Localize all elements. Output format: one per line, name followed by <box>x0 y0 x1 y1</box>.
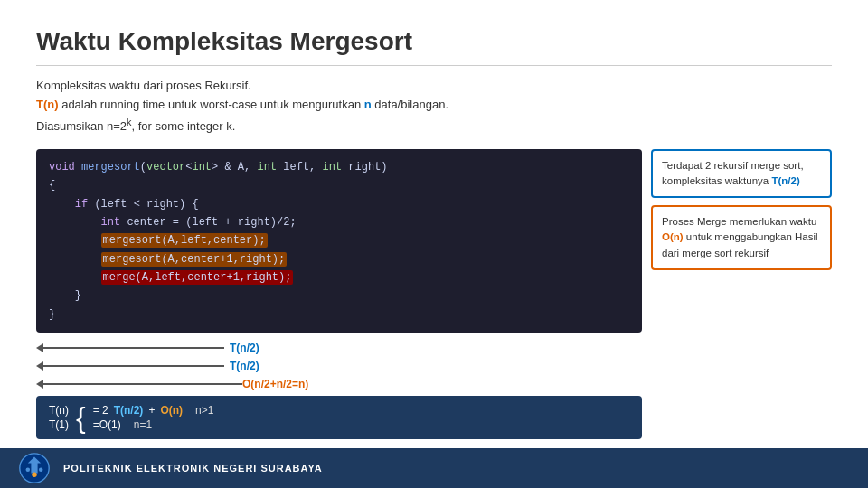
formula-tn-var: T(n) <box>49 404 69 417</box>
arrow-head-2 <box>36 361 43 371</box>
svg-point-4 <box>39 468 43 473</box>
pens-logo <box>18 452 51 484</box>
code-close-outer: } <box>49 305 629 324</box>
formula-vars: T(n) T(1) <box>49 404 69 431</box>
svg-point-2 <box>32 473 36 477</box>
code-merge: merge(A,left,center+1,right); <box>49 268 629 286</box>
footer: POLITEKNIK ELEKTRONIK NEGERI SURABAYA <box>0 448 868 488</box>
intro-line3: Diasumsikan n=2k, for some integer k. <box>36 119 235 133</box>
formula-brace: { <box>76 403 86 432</box>
intro-text: Kompleksitas waktu dari proses Rekursif.… <box>36 77 832 136</box>
formula-box: T(n) T(1) { = 2 T(n/2) + O(n) n>1 <box>36 396 642 439</box>
arrow-row-3: O(n/2+n/2=n) <box>36 378 642 390</box>
info-box-2-highlight: O(n) <box>662 231 684 242</box>
formula-on: O(n) <box>160 404 183 417</box>
intro-line2: adalah running time untuk worst-case unt… <box>59 98 364 111</box>
arrow-line-3 <box>43 383 242 385</box>
code-mergesort2: mergesort(A,center+1,right); <box>49 250 629 268</box>
formula-eqs: = 2 T(n/2) + O(n) n>1 =O(1) n=1 <box>93 404 214 431</box>
intro-n: n <box>364 98 372 111</box>
info-box-2: Proses Merge memerlukan waktu O(n) untuk… <box>651 205 832 270</box>
formula-row-1: = 2 T(n/2) + O(n) n>1 <box>93 404 214 417</box>
svg-point-3 <box>26 468 31 473</box>
info-box-1-highlight: T(n/2) <box>771 175 799 186</box>
code-mergesort1: mergesort(A,left,center); <box>49 231 629 249</box>
info-box-1: Terdapat 2 rekursif merge sort, kompleks… <box>651 149 832 199</box>
intro-line2-suffix: data/bilangan. <box>372 98 448 111</box>
formula-row-2: =O(1) n=1 <box>93 418 214 431</box>
content-area: void mergesort(vector<int> & A, int left… <box>36 149 832 440</box>
arrow-row-1: T(n/2) <box>36 342 642 354</box>
arrow-label-on: O(n/2+n/2=n) <box>242 378 308 390</box>
divider <box>36 65 832 66</box>
formula-cond1: n>1 <box>195 404 213 417</box>
brace-container: T(n) T(1) { = 2 T(n/2) + O(n) n>1 <box>49 403 213 432</box>
left-panel: void mergesort(vector<int> & A, int left… <box>36 149 642 440</box>
formula-tn2: T(n/2) <box>114 404 144 417</box>
intro-tn: T(n) <box>36 98 59 111</box>
arrows-area: T(n/2) T(n/2) O(n/2+n/2=n) <box>36 342 642 390</box>
formula-eq2: =O(1) <box>93 418 121 431</box>
arrow-label-tn2-2: T(n/2) <box>230 360 259 372</box>
page-title: Waktu Kompleksitas Mergesort <box>36 27 832 56</box>
code-close-inner: } <box>49 286 629 305</box>
footer-text: POLITEKNIK ELEKTRONIK NEGERI SURABAYA <box>63 463 323 474</box>
code-center: int center = (left + right)/2; <box>49 213 629 231</box>
code-block: void mergesort(vector<int> & A, int left… <box>36 149 642 333</box>
arrow-head-1 <box>36 343 43 352</box>
arrow-line-2 <box>43 365 224 367</box>
arrow-label-tn2-1: T(n/2) <box>230 342 259 354</box>
main-content: Waktu Kompleksitas Mergesort Kompleksita… <box>0 0 868 448</box>
formula-t1-var: T(1) <box>49 418 69 431</box>
arrow-head-3 <box>36 380 43 389</box>
code-if: if (left < right) { <box>49 195 629 213</box>
formula-cond2: n=1 <box>134 418 152 431</box>
arrow-line-1 <box>43 347 224 349</box>
code-line-sig: void mergesort(vector<int> & A, int left… <box>49 158 629 176</box>
formula-eq1-part2: + <box>148 404 155 417</box>
formula-eq1-part1: = 2 <box>93 404 108 417</box>
right-panel: Terdapat 2 rekursif merge sort, kompleks… <box>651 149 832 270</box>
intro-line1: Kompleksitas waktu dari proses Rekursif. <box>36 79 251 92</box>
info-box-2-text-before: Proses Merge memerlukan waktu <box>662 216 816 227</box>
code-open-brace: { <box>49 176 629 194</box>
info-box-2-text-after: untuk menggabungkan Hasil dari merge sor… <box>662 231 818 258</box>
arrow-row-2: T(n/2) <box>36 360 642 372</box>
